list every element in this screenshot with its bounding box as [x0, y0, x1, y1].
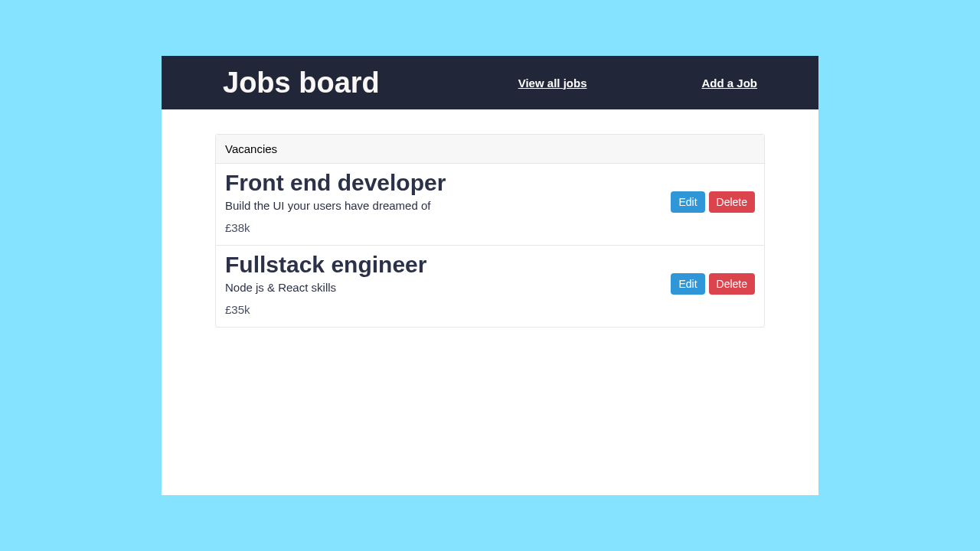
navbar: Jobs board View all jobs Add a Job	[162, 56, 818, 109]
delete-button[interactable]: Delete	[709, 273, 755, 295]
nav-view-all-jobs[interactable]: View all jobs	[518, 77, 587, 90]
app-title: Jobs board	[223, 67, 380, 99]
content-area: Vacancies Front end developer Build the …	[162, 109, 818, 495]
job-description: Build the UI your users have dreamed of	[225, 199, 671, 212]
job-row: Front end developer Build the UI your us…	[216, 164, 764, 246]
job-actions: Edit Delete	[671, 273, 755, 295]
nav-add-job[interactable]: Add a Job	[701, 77, 757, 90]
job-salary: £38k	[225, 221, 671, 234]
job-row: Fullstack engineer Node js & React skill…	[216, 246, 764, 327]
edit-button[interactable]: Edit	[671, 273, 704, 295]
edit-button[interactable]: Edit	[671, 191, 704, 213]
delete-button[interactable]: Delete	[709, 191, 755, 213]
job-actions: Edit Delete	[671, 191, 755, 213]
job-description: Node js & React skills	[225, 281, 671, 294]
job-title: Fullstack engineer	[225, 252, 671, 278]
job-info: Front end developer Build the UI your us…	[225, 170, 671, 234]
app-window: Jobs board View all jobs Add a Job Vacan…	[162, 56, 818, 495]
vacancies-panel: Vacancies Front end developer Build the …	[215, 134, 765, 328]
nav-links: View all jobs Add a Job	[518, 77, 757, 90]
job-title: Front end developer	[225, 170, 671, 196]
job-info: Fullstack engineer Node js & React skill…	[225, 252, 671, 316]
job-salary: £35k	[225, 303, 671, 316]
panel-header: Vacancies	[216, 135, 764, 164]
